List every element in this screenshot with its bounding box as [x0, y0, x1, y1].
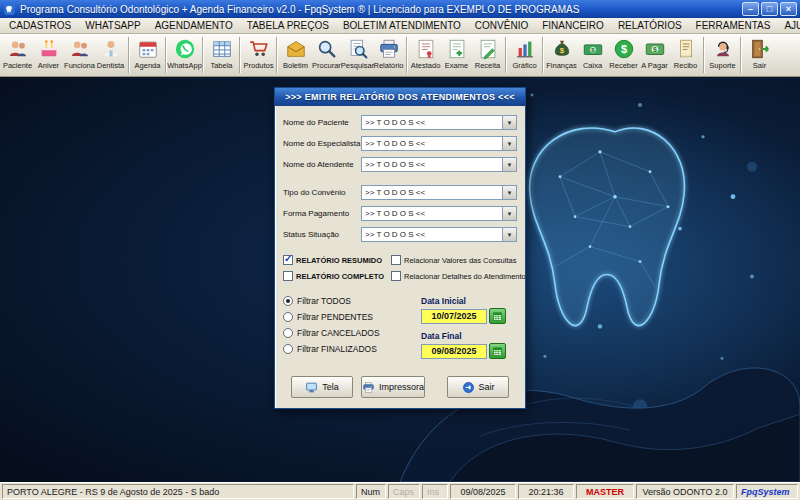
statusbar-panel-num-lock: Num	[356, 484, 386, 499]
menu-item-relatorios[interactable]: RELATÓRIOS	[611, 19, 689, 32]
toolbar-button-dentista[interactable]: Dentista	[95, 35, 126, 75]
toolbar-separator	[128, 37, 130, 73]
toolbar-button-label: Receber	[609, 61, 637, 70]
statusbar-panel-date: 09/08/2025	[450, 484, 516, 499]
menu-item-boletim-atendimento[interactable]: BOLETIM ATENDIMENTO	[336, 19, 468, 32]
dialog-button-impressora[interactable]: Impressora	[361, 376, 425, 398]
filter-dropdown[interactable]: >> T O D O S << ▼	[361, 136, 517, 151]
toolbar-button-boletim[interactable]: Boletim	[280, 35, 311, 75]
menu-item-whatsapp[interactable]: WHATSAPP	[78, 19, 147, 32]
toolbar-button-paciente[interactable]: Paciente	[2, 35, 33, 75]
filter-dropdown[interactable]: >> T O D O S << ▼	[361, 227, 517, 242]
menu-item-convenio[interactable]: CONVÊNIO	[468, 19, 535, 32]
toolbar-button-receita[interactable]: Receita	[472, 35, 503, 75]
radio-button[interactable]	[283, 296, 293, 306]
toolbar-button-recibo[interactable]: Recibo	[670, 35, 701, 75]
filter-group-2: Tipo do Convênio >> T O D O S << ▼ Forma…	[283, 185, 517, 242]
maximize-button[interactable]: □	[761, 2, 778, 16]
date-initial-input[interactable]: 10/07/2025	[421, 309, 487, 324]
filter-label: Nome do Paciente	[283, 118, 361, 127]
chevron-down-icon[interactable]: ▼	[502, 137, 516, 150]
radio-button[interactable]	[283, 328, 293, 338]
toolbar-button-label: Boletim	[283, 61, 308, 70]
toolbar-button-whatsapp[interactable]: WhatsApp	[169, 35, 200, 75]
menu-item-ajuda[interactable]: AJUDA	[777, 19, 800, 32]
chart-icon	[514, 38, 536, 60]
menu-item-label: FERRAMENTAS	[696, 20, 771, 31]
radio-label: Filtrar TODOS	[297, 296, 351, 306]
radio-row-filtrar-finalizados[interactable]: Filtrar FINALIZADOS	[283, 344, 421, 354]
minimize-button[interactable]: –	[742, 2, 759, 16]
radio-row-filtrar-pendentes[interactable]: Filtrar PENDENTES	[283, 312, 421, 322]
exit-round-icon	[462, 381, 475, 394]
toolbar-button-sair[interactable]: Sair	[744, 35, 775, 75]
checkbox[interactable]	[391, 271, 401, 281]
dialog-button-sair[interactable]: Sair	[447, 376, 509, 398]
calendar-button-initial[interactable]	[489, 308, 506, 324]
menu-item-label: FINANCEIRO	[542, 20, 604, 31]
cart-icon	[248, 38, 270, 60]
toolbar-button-funciona[interactable]: Funciona	[64, 35, 95, 75]
radio-button[interactable]	[283, 344, 293, 354]
toolbar-button-suporte[interactable]: Suporte	[707, 35, 738, 75]
dialog-button-tela[interactable]: Tela	[291, 376, 353, 398]
checkbox-row-detalhes-atendimento[interactable]: Relacionar Detalhes do Atendimento	[391, 271, 526, 281]
checkbox[interactable]	[391, 255, 401, 265]
checkbox-row-relatorio-completo[interactable]: RELATÓRIO COMPLETO	[283, 271, 387, 281]
filter-dropdown[interactable]: >> T O D O S << ▼	[361, 185, 517, 200]
chevron-down-icon[interactable]: ▼	[502, 207, 516, 220]
toolbar-button-tabela[interactable]: Tabela	[206, 35, 237, 75]
menu-item-cadastros[interactable]: CADASTROS	[2, 19, 78, 32]
radio-row-filtrar-todos[interactable]: Filtrar TODOS	[283, 296, 421, 306]
radio-row-filtrar-cancelados[interactable]: Filtrar CANCELADOS	[283, 328, 421, 338]
toolbar-button-label: Atestado	[411, 61, 441, 70]
checkbox[interactable]	[283, 255, 293, 265]
filter-dropdown[interactable]: >> T O D O S << ▼	[361, 157, 517, 172]
calendar-button-final[interactable]	[489, 343, 506, 359]
filter-dropdown[interactable]: >> T O D O S << ▼	[361, 115, 517, 130]
toolbar-button-aniver[interactable]: Aniver	[33, 35, 64, 75]
window-titlebar[interactable]: Programa Consultório Odontológico + Agen…	[0, 0, 800, 18]
statusbar-text: MASTER	[586, 487, 624, 497]
toolbar-button-caixa[interactable]: Caixa	[577, 35, 608, 75]
toolbar-button-atestado[interactable]: Atestado	[410, 35, 441, 75]
toolbar-button-agenda[interactable]: Agenda	[132, 35, 163, 75]
chevron-down-icon[interactable]: ▼	[502, 158, 516, 171]
toolbar-button-procurar[interactable]: Procurar	[311, 35, 342, 75]
menu-item-tabela-precos[interactable]: TABELA PREÇOS	[240, 19, 336, 32]
toolbar-button-relatorio[interactable]: Relatório	[373, 35, 404, 75]
toolbar-button-a-pagar[interactable]: A Pagar	[639, 35, 670, 75]
chevron-down-icon[interactable]: ▼	[502, 186, 516, 199]
date-initial-row: 10/07/2025	[421, 308, 517, 324]
calendar-icon	[492, 311, 503, 322]
checkbox-row-valores-consultas[interactable]: Relacionar Valores das Consultas	[391, 255, 526, 265]
date-final-input[interactable]: 09/08/2025	[421, 344, 487, 359]
toolbar-button-financas[interactable]: Finanças	[546, 35, 577, 75]
menu-item-ferramentas[interactable]: FERRAMENTAS	[689, 19, 778, 32]
toolbar-separator	[276, 37, 278, 73]
filter-dropdown[interactable]: >> T O D O S << ▼	[361, 206, 517, 221]
menu-item-agendamento[interactable]: AGENDAMENTO	[148, 19, 240, 32]
toolbar-button-grafico[interactable]: Gráfico	[509, 35, 540, 75]
radio-button[interactable]	[283, 312, 293, 322]
menu-item-financeiro[interactable]: FINANCEIRO	[535, 19, 611, 32]
date-initial-label: Data Inicial	[421, 296, 517, 306]
toolbar-button-receber[interactable]: Receber	[608, 35, 639, 75]
toolbar-button-exame[interactable]: Exame	[441, 35, 472, 75]
checkbox[interactable]	[283, 271, 293, 281]
calendar-icon	[137, 38, 159, 60]
close-button[interactable]: ×	[780, 2, 797, 16]
checkbox-row-relatorio-resumido[interactable]: RELATÓRIO RESUMIDO	[283, 255, 387, 265]
menu-item-label: RELATÓRIOS	[618, 20, 682, 31]
statusbar-text: FpqSystem	[741, 487, 790, 497]
filter-label: Nome do Atendente	[283, 160, 361, 169]
chevron-down-icon[interactable]: ▼	[502, 228, 516, 241]
statusbar-text: 09/08/2025	[460, 487, 505, 497]
chevron-down-icon[interactable]: ▼	[502, 116, 516, 129]
checkbox-label: RELATÓRIO COMPLETO	[296, 272, 384, 281]
people-icon	[69, 38, 91, 60]
toolbar-button-pesquisar[interactable]: Pesquisar	[342, 35, 373, 75]
toolbar-button-produtos[interactable]: Produtos	[243, 35, 274, 75]
dialog-titlebar[interactable]: >>> EMITIR RELATÓRIO DOS ATENDIMENTOS <<…	[275, 88, 525, 106]
table-icon	[211, 38, 233, 60]
